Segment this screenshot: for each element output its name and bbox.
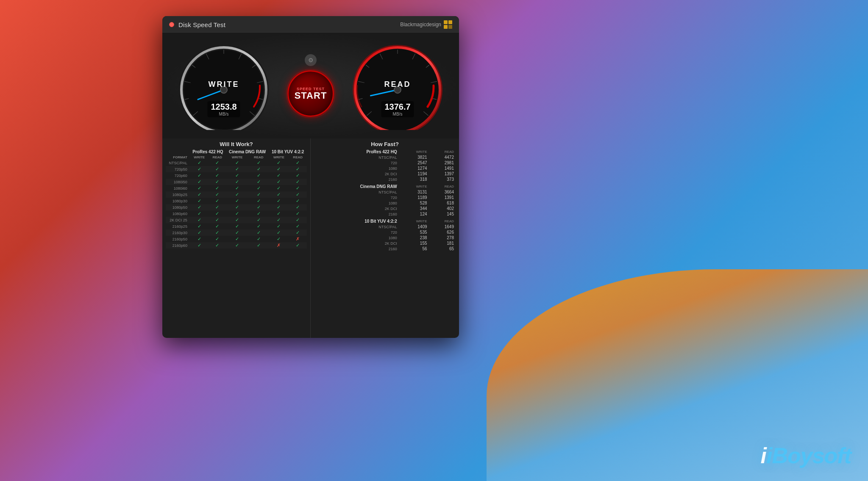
hf-read-value: 373 <box>429 177 456 182</box>
checkmark-icon: ✓ <box>235 230 239 235</box>
table-row: 1080p50✓✓✓✓✓✓ <box>166 204 307 210</box>
checkmark-icon: ✓ <box>235 211 239 216</box>
table-row: NTSC/PAL✓✓✓✓✓✓ <box>166 160 307 166</box>
hf-row-label: 2160 <box>314 246 399 252</box>
hf-read-value: 2981 <box>429 160 456 166</box>
check-cell: ✓ <box>269 160 289 166</box>
checkmark-icon: ✓ <box>257 185 261 191</box>
format-label: 2160p50 <box>166 236 190 242</box>
center-section: ⚙ SPEED TEST START <box>287 54 334 117</box>
checkmark-icon: ✓ <box>296 211 300 216</box>
check-cell: ✓ <box>226 191 248 198</box>
check-cell: ✓ <box>209 217 226 223</box>
cinema-write-header: WRITE <box>226 155 248 160</box>
start-button[interactable]: SPEED TEST START <box>287 70 334 117</box>
bmd-sq-3 <box>444 25 448 29</box>
hf-data-row: 1080238278 <box>314 235 456 240</box>
settings-button[interactable]: ⚙ <box>305 54 317 66</box>
checkmark-icon: ✓ <box>257 192 261 197</box>
checkmark-icon: ✓ <box>215 205 219 210</box>
hf-group-row: 10 Bit YUV 4:2:2WRITEREAD <box>314 218 456 224</box>
hf-row-label: 1080 <box>314 166 399 171</box>
checkmark-icon: ✓ <box>257 179 261 184</box>
hf-row-label: 2160 <box>314 177 399 182</box>
check-cell: ✓ <box>248 166 269 172</box>
table-row: 720p60✓✓✓✓✓✓ <box>166 172 307 179</box>
format-label: 1080p25 <box>166 191 190 198</box>
hf-data-row: 2K DCI155181 <box>314 240 456 246</box>
hf-read-value: 402 <box>429 206 456 211</box>
start-main-text: START <box>295 91 327 100</box>
checkmark-icon: ✓ <box>235 243 239 248</box>
checkmark-icon: ✓ <box>257 166 261 171</box>
format-label: 720p60 <box>166 172 190 179</box>
hf-data-row: 2160318373 <box>314 177 456 182</box>
table-row: 2160p25✓✓✓✓✓✓ <box>166 223 307 229</box>
checkmark-icon: ✓ <box>235 198 239 203</box>
start-top-text: SPEED TEST <box>297 87 325 91</box>
read-gauge: READ 1376.7 MB/s <box>349 41 446 130</box>
check-cell: ✓ <box>289 229 307 236</box>
check-cell: ✓ <box>226 204 248 210</box>
check-cell: ✓ <box>248 229 269 236</box>
check-cell: ✓ <box>190 223 209 229</box>
hf-data-row: 72025472981 <box>314 160 456 166</box>
checkmark-icon: ✓ <box>215 179 219 184</box>
checkmark-icon: ✓ <box>198 185 201 191</box>
prores-write-header: WRITE <box>190 155 209 160</box>
checkmark-icon: ✓ <box>257 243 261 248</box>
check-cell: ✓ <box>190 179 209 185</box>
gear-icon: ⚙ <box>308 57 314 64</box>
checkmark-icon: ✓ <box>235 192 239 197</box>
read-value: 1376.7 <box>384 102 410 111</box>
checkmark-icon: ✓ <box>296 185 300 191</box>
checkmark-icon: ✓ <box>215 185 219 191</box>
check-cell: ✓ <box>209 242 226 249</box>
check-cell: ✓ <box>209 236 226 242</box>
hf-row-label: 2K DCI <box>314 171 399 177</box>
app-window: Disk Speed Test Blackmagicdesign <box>162 16 459 338</box>
format-label: 2160p25 <box>166 223 190 229</box>
check-cell: ✓ <box>269 217 289 223</box>
checkmark-icon: ✓ <box>277 160 281 165</box>
hf-read-value: 278 <box>429 235 456 240</box>
check-cell: ✓ <box>190 236 209 242</box>
check-cell: ✗ <box>289 236 307 242</box>
check-cell: ✓ <box>190 229 209 236</box>
check-cell: ✓ <box>190 198 209 204</box>
check-cell: ✓ <box>209 198 226 204</box>
checkmark-icon: ✓ <box>257 211 261 216</box>
check-cell: ✓ <box>289 185 307 191</box>
hf-group-row: ProRes 422 HQWRITEREAD <box>314 149 456 155</box>
check-cell: ✓ <box>190 242 209 249</box>
checkmark-icon: ✓ <box>277 211 281 216</box>
how-fast-title: How Fast? <box>314 141 456 147</box>
check-cell: ✓ <box>289 217 307 223</box>
write-gauge: WRITE 1253.8 MB/s <box>175 41 273 130</box>
checkmark-icon: ✓ <box>198 160 201 165</box>
bmd-sq-2 <box>448 20 452 24</box>
hf-write-value: 3821 <box>399 155 429 160</box>
checkmark-icon: ✓ <box>296 230 300 235</box>
hf-row-label: 720 <box>314 160 399 166</box>
check-cell: ✓ <box>226 217 248 223</box>
check-cell: ✓ <box>209 185 226 191</box>
close-button[interactable] <box>169 22 174 27</box>
checkmark-icon: ✓ <box>198 211 201 216</box>
hf-data-row: 72011891391 <box>314 195 456 200</box>
table-row: 2160p50✓✓✓✓✓✗ <box>166 236 307 242</box>
checkmark-icon: ✓ <box>277 236 281 241</box>
checkmark-icon: ✓ <box>277 192 281 197</box>
write-label: WRITE <box>209 80 239 89</box>
checkmark-icon: ✓ <box>235 179 239 184</box>
hf-write-value: 318 <box>399 177 429 182</box>
check-cell: ✓ <box>248 242 269 249</box>
check-cell: ✓ <box>289 198 307 204</box>
check-cell: ✓ <box>226 223 248 229</box>
checkmark-icon: ✓ <box>277 217 281 222</box>
check-cell: ✓ <box>289 172 307 179</box>
checkmark-icon: ✓ <box>198 179 201 184</box>
check-cell: ✓ <box>226 229 248 236</box>
check-cell: ✓ <box>209 204 226 210</box>
checkmark-icon: ✓ <box>296 192 300 197</box>
